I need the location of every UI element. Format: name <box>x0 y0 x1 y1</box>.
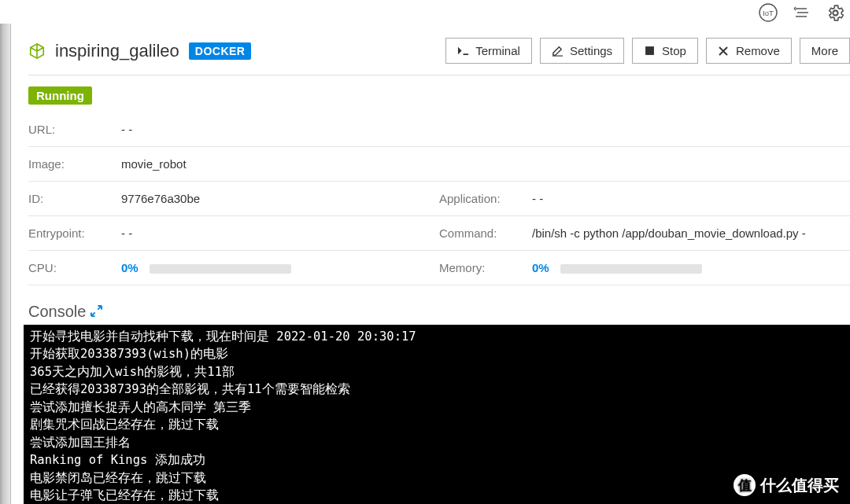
expand-icon[interactable] <box>91 305 102 319</box>
memory-value: 0% <box>532 261 850 274</box>
remove-button[interactable]: Remove <box>706 38 792 64</box>
cpu-label: CPU: <box>28 261 121 274</box>
stop-label: Stop <box>662 44 686 57</box>
action-buttons: Terminal Settings Stop Remove More <box>445 38 850 64</box>
info-row-cpu: CPU: 0% Memory: 0% <box>28 251 850 285</box>
more-label: More <box>811 44 838 57</box>
console-output[interactable]: 开始寻找电影并自动找种下载，现在时间是 2022-01-20 20:30:17 … <box>24 325 850 504</box>
sidebar-sliver <box>0 24 11 504</box>
url-value: - - <box>121 123 439 136</box>
edit-icon <box>552 45 564 57</box>
memory-label: Memory: <box>439 261 532 274</box>
watermark-icon: 值 <box>734 474 756 496</box>
top-toolbar-icons: IoT <box>758 2 845 23</box>
image-value: movie_robot <box>121 157 439 171</box>
info-row-image: Image: movie_robot <box>28 147 850 182</box>
entrypoint-label: Entrypoint: <box>28 226 121 240</box>
entrypoint-value: - - <box>121 226 439 240</box>
terminal-button[interactable]: Terminal <box>445 38 532 64</box>
remove-label: Remove <box>736 44 780 57</box>
container-name: inspiring_galileo <box>55 41 179 61</box>
status-row: Running <box>28 75 850 112</box>
container-header: inspiring_galileo DOCKER Terminal Settin… <box>28 38 850 64</box>
watermark: 值 什么值得买 <box>734 474 839 496</box>
command-label: Command: <box>439 226 532 240</box>
cpu-value: 0% <box>121 261 439 274</box>
info-table: URL: - - Image: movie_robot ID: 9776e76a… <box>28 112 850 285</box>
main-panel: inspiring_galileo DOCKER Terminal Settin… <box>11 24 850 504</box>
terminal-label: Terminal <box>475 44 520 57</box>
memory-bar <box>560 264 702 274</box>
layers-icon[interactable] <box>793 3 811 22</box>
application-value: - - <box>532 192 850 205</box>
info-row-id: ID: 9776e76a30be Application: - - <box>28 182 850 216</box>
status-badge: Running <box>28 86 92 105</box>
application-label: Application: <box>439 192 532 205</box>
cube-icon <box>28 42 46 60</box>
id-value: 9776e76a30be <box>121 192 439 205</box>
terminal-icon <box>457 45 469 57</box>
watermark-text: 什么值得买 <box>760 475 839 496</box>
command-value: /bin/sh -c python /app/douban_movie_down… <box>532 226 850 240</box>
more-button[interactable]: More <box>800 38 850 64</box>
image-label: Image: <box>28 157 121 171</box>
stop-icon <box>644 45 656 57</box>
cpu-bar <box>150 264 291 274</box>
url-label: URL: <box>28 123 121 136</box>
memory-pct: 0% <box>532 261 549 274</box>
svg-text:IoT: IoT <box>763 9 774 17</box>
id-label: ID: <box>28 192 121 205</box>
iot-icon[interactable]: IoT <box>758 2 778 23</box>
docker-badge: DOCKER <box>189 42 252 60</box>
cpu-pct: 0% <box>121 261 139 274</box>
svg-rect-2 <box>645 46 654 55</box>
info-row-entrypoint: Entrypoint: - - Command: /bin/sh -c pyth… <box>28 216 850 251</box>
info-row-url: URL: - - <box>28 112 850 147</box>
remove-icon <box>718 45 730 57</box>
console-title: Console <box>28 303 86 321</box>
gear-icon[interactable] <box>826 3 845 23</box>
stop-button[interactable]: Stop <box>632 38 698 64</box>
console-heading: Console <box>28 303 850 321</box>
settings-button[interactable]: Settings <box>540 38 624 64</box>
settings-label: Settings <box>570 44 612 57</box>
